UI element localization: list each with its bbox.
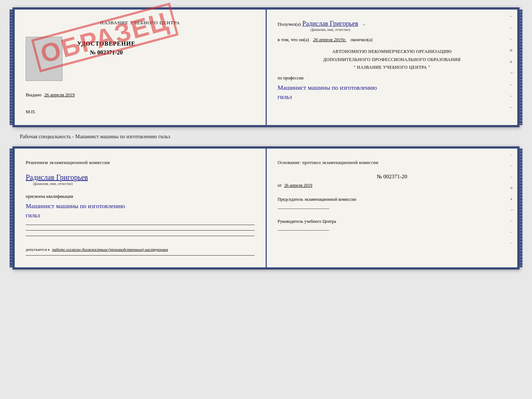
mp-label: М.П. <box>26 109 255 115</box>
rukovoditel-label: Руководитель учебного Центра <box>278 218 507 226</box>
prisvoena-label: присвоена квалификация <box>26 194 255 199</box>
top-cert-right-page: Получил(а) Радислав Григорьев (фамилия, … <box>267 10 518 125</box>
predsedatel-label: Председатель экзаменационной комиссии <box>278 196 507 204</box>
poluchil-prefix: Получил(а) <box>278 21 301 27</box>
top-certificate: НАЗВАНИЕ УЧЕБНОГО ЦЕНТРА УДОСТОВЕРЕНИЕ №… <box>12 7 520 127</box>
side-marks-bottom: – – – и а ← – – – <box>510 152 514 245</box>
dash1: – <box>363 21 365 27</box>
vydano-line: Выдано 26 апреля 2019 <box>26 92 255 98</box>
vtom-prefix: в том, что он(а) <box>278 37 309 42</box>
poluchil-line: Получил(а) Радислав Григорьев (фамилия, … <box>278 20 507 32</box>
dopuskaetsya-block: допускается к работе согласно должностны… <box>26 246 255 253</box>
side-marks-top: – – – и а ← – – – <box>510 13 514 110</box>
prof-name: Машинист машины по изготовлению <box>278 83 507 93</box>
udostoverenie-label: УДОСТОВЕРЕНИЕ <box>77 40 136 47</box>
spine-left <box>10 10 12 125</box>
top-cert-title: НАЗВАНИЕ УЧЕБНОГО ЦЕНТРА <box>26 20 255 26</box>
rukovoditel-sig-line <box>278 230 329 231</box>
org-line2: ДОПОЛНИТЕЛЬНОГО ПРОФЕССИОНАЛЬНОГО ОБРАЗО… <box>278 56 507 64</box>
protocol-number: № 002371-20 <box>278 174 507 180</box>
vydano-date: 26 апреля 2019 <box>44 92 75 97</box>
predsedatel-block: Председатель экзаменационной комиссии <box>278 196 507 211</box>
vtom-line: в том, что он(а) 26 апреля 2019г. окончи… <box>278 37 507 43</box>
predsedatel-sig-line <box>278 209 329 209</box>
date-value: 26 апреля 2019 <box>284 183 312 188</box>
org-block: АВТОНОМНУЮ НЕКОММЕРЧЕСКУЮ ОРГАНИЗАЦИЮ ДО… <box>278 48 507 72</box>
bottom-certificate: Решением экзаменационной комиссии Радисл… <box>12 146 520 270</box>
okonchil: окончил(а) <box>351 37 373 42</box>
org-line1: АВТОНОМНУЮ НЕКОММЕРЧЕСКУЮ ОРГАНИЗАЦИЮ <box>278 48 507 56</box>
profession-block: по профессии Машинист машины по изготовл… <box>278 75 507 102</box>
po-professii: по профессии <box>278 75 507 81</box>
bottom-cert-left-page: Решением экзаменационной комиссии Радисл… <box>15 149 267 267</box>
photo-placeholder <box>26 37 62 81</box>
dopuskaetsya-prefix: допускается к <box>26 247 50 252</box>
dopusk-italic: работе согласно должностным (производств… <box>52 247 168 252</box>
top-cert-left-page: НАЗВАНИЕ УЧЕБНОГО ЦЕНТРА УДОСТОВЕРЕНИЕ №… <box>15 10 267 125</box>
bottom-cert-right-page: Основание: протокол экзаменационной коми… <box>267 149 518 267</box>
fio-label: (фамилия, имя, отчество) <box>310 28 350 32</box>
bottom-fio-label: (фамилия, имя, отчество) <box>33 182 73 186</box>
kvali-name: Машинист машины по изготовлению <box>26 202 255 211</box>
prof-name2: гильз <box>278 92 507 102</box>
bottom-name: Радислав Григорьев <box>26 173 88 182</box>
resheniyem-title: Решением экзаменационной комиссии <box>26 159 255 167</box>
date-prefix: от <box>278 183 282 188</box>
org-line3: " НАЗВАНИЕ УЧЕБНОГО ЦЕНТРА " <box>278 64 507 72</box>
kvali-name2: гильз <box>26 211 255 220</box>
bottom-spine-left <box>10 149 12 267</box>
protocol-date: от 26 апреля 2019 <box>278 183 507 188</box>
rukovoditel-block: Руководитель учебного Центра <box>278 218 507 234</box>
osnov-label: Основание: протокол экзаменационной коми… <box>278 159 507 166</box>
vydano-prefix: Выдано <box>26 92 42 97</box>
caption-text: Рабочая специальность - Машинист машины … <box>20 134 170 140</box>
spine-right <box>520 10 522 125</box>
udostoverenie-number: № 002371-20 <box>90 49 123 56</box>
bottom-spine-right <box>520 149 522 267</box>
vtom-date: 26 апреля 2019г. <box>313 37 346 42</box>
poluchil-name: Радислав Григорьев <box>302 20 358 28</box>
